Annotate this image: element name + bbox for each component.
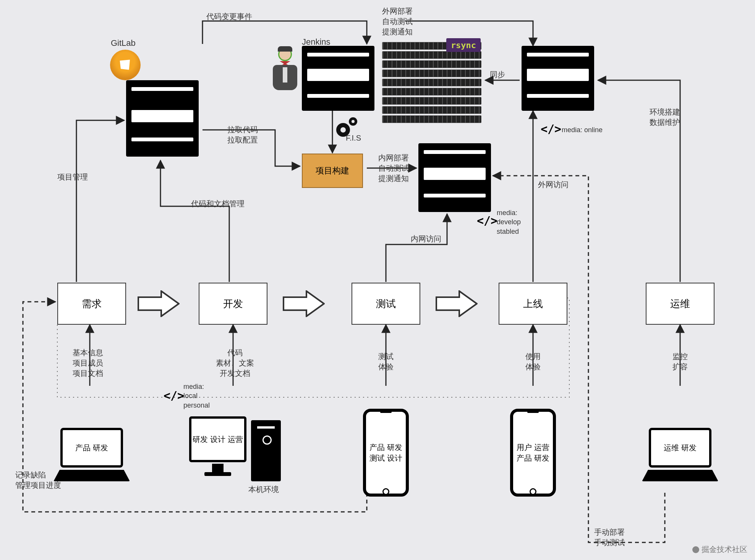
gitlab-icon bbox=[110, 50, 141, 80]
diagram-canvas: GitLab Jenkins 代码仓库 构建平台 内网环境 外网环境 rsync bbox=[0, 0, 755, 560]
server-jenkins-caption: 构建平台 bbox=[321, 70, 355, 82]
rsync-badge: rsync bbox=[446, 38, 481, 52]
laptop-product: 产品 研发 bbox=[53, 428, 130, 481]
wf-test-label: 测试 bbox=[376, 297, 396, 311]
wf-online-label: 上线 bbox=[523, 297, 543, 311]
inputs-test: 测试 体验 bbox=[378, 351, 394, 372]
watermark-text: 掘金技术社区 bbox=[702, 545, 747, 554]
build-box: 项目构建 bbox=[302, 154, 363, 188]
edge-ext-deploy: 外网部署 自动测试 提测通知 bbox=[382, 6, 413, 37]
wf-develop: 开发 bbox=[199, 283, 267, 325]
phone-online: 用户 运营 产品 研发 bbox=[510, 409, 556, 497]
laptop-product-label: 产品 研发 bbox=[75, 443, 108, 453]
edge-sync: 同步 bbox=[490, 70, 505, 80]
edge-int-access: 内网访问 bbox=[411, 234, 441, 244]
inputs-req: 基本信息 项目成员 项目文档 bbox=[73, 348, 103, 379]
tag-media-local: media: local personal bbox=[183, 382, 210, 410]
edge-code-doc: 代码和文档管理 bbox=[191, 199, 245, 209]
svg-point-1 bbox=[340, 127, 346, 133]
edge-proj-mgmt: 项目管理 bbox=[57, 172, 88, 182]
server-gitlab: 代码仓库 bbox=[126, 80, 199, 157]
inputs-dev: 代码 素材、文案 开发文档 bbox=[216, 348, 254, 379]
code-icon-dev: </> bbox=[477, 214, 497, 227]
server-gitlab-caption: 代码仓库 bbox=[146, 112, 179, 123]
wf-test: 测试 bbox=[352, 283, 420, 325]
edge-env-data: 环境搭建 数据维护 bbox=[650, 107, 680, 128]
wf-requirements-label: 需求 bbox=[82, 297, 102, 311]
wf-ops: 运维 bbox=[646, 283, 714, 325]
server-extranet-caption: 外网环境 bbox=[541, 70, 575, 82]
laptop-ops-label: 运维 研发 bbox=[664, 443, 697, 453]
wf-develop-label: 开发 bbox=[223, 297, 243, 311]
desktop-dev-label: 研发 设计 运营 bbox=[193, 434, 243, 445]
watermark: 掘金技术社区 bbox=[692, 544, 747, 555]
inputs-online: 使用 体验 bbox=[525, 351, 541, 372]
laptop-ops: 运维 研发 bbox=[642, 428, 718, 481]
inputs-ops: 监控 扩容 bbox=[672, 351, 688, 372]
build-box-label: 项目构建 bbox=[316, 165, 349, 176]
phone-online-label: 用户 运营 产品 研发 bbox=[513, 442, 553, 463]
gitlab-label: GitLab bbox=[111, 37, 136, 49]
server-intranet-caption: 内网环境 bbox=[438, 169, 471, 181]
svg-point-3 bbox=[352, 120, 355, 123]
datacenter-rack-icon bbox=[382, 42, 481, 126]
edge-ext-access: 外网访问 bbox=[538, 180, 569, 190]
wf-ops-label: 运维 bbox=[670, 297, 690, 311]
fat-arrow-1 bbox=[138, 290, 180, 317]
server-extranet: 外网环境 bbox=[522, 46, 594, 111]
watermark-icon bbox=[692, 546, 699, 553]
phone-test: 产品 研发 测试 设计 bbox=[363, 409, 409, 497]
server-jenkins: 构建平台 bbox=[302, 46, 374, 111]
edge-int-deploy: 内网部署 自动测试 提测通知 bbox=[378, 153, 409, 184]
wf-requirements: 需求 bbox=[57, 283, 126, 325]
code-icon-online: </> bbox=[541, 122, 561, 136]
code-icon-local: </> bbox=[164, 389, 184, 402]
edge-manual: 手动部署 手动测试 bbox=[594, 527, 625, 548]
fat-arrow-2 bbox=[283, 290, 325, 317]
fat-arrow-3 bbox=[436, 290, 478, 317]
edge-code-change: 代码变更事件 bbox=[206, 11, 252, 22]
jenkins-icon bbox=[267, 46, 302, 92]
wf-online: 上线 bbox=[499, 283, 567, 325]
edge-pull: 拉取代码 拉取配置 bbox=[227, 125, 258, 145]
phone-test-label: 产品 研发 测试 设计 bbox=[366, 442, 406, 463]
tag-media-dev: media: develop stabled bbox=[497, 208, 521, 236]
tag-media-online: media: online bbox=[562, 125, 603, 134]
server-intranet: 内网环境 bbox=[418, 143, 491, 212]
fis-label: F.I.S bbox=[346, 133, 361, 143]
desktop-dev: 研发 设计 运营 bbox=[189, 413, 281, 489]
